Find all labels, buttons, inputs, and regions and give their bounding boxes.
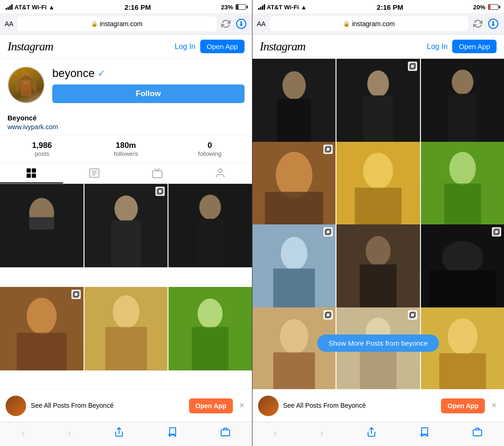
follow-button[interactable]: Follow <box>52 84 245 103</box>
right-grid-item-3[interactable] <box>421 59 504 142</box>
svg-rect-23 <box>196 219 224 267</box>
download-button-left[interactable]: ⬇ <box>235 18 247 30</box>
tab-tv[interactable] <box>126 163 189 183</box>
tabs-button-left[interactable] <box>213 425 238 442</box>
svg-point-30 <box>112 295 139 328</box>
svg-rect-42 <box>363 96 393 142</box>
battery-icon-right <box>488 4 498 10</box>
svg-point-17 <box>114 195 138 222</box>
address-bar-left[interactable]: 🔒 instagram.com <box>17 16 217 31</box>
username-area: beyonce ✓ Follow <box>52 67 245 103</box>
banner-open-button-right[interactable]: Open App <box>441 398 485 413</box>
posts-count: 1,986 <box>32 141 52 150</box>
bookmarks-button-left[interactable] <box>160 425 185 442</box>
browser-aa-left[interactable]: AA <box>5 20 14 28</box>
tab-bar-left <box>0 163 252 184</box>
forward-button-right[interactable]: › <box>312 425 330 441</box>
back-button-left[interactable]: ‹ <box>14 425 32 441</box>
download-icon-right: ⬇ <box>488 19 498 29</box>
grid-item-3[interactable] <box>168 184 252 267</box>
back-button-right[interactable]: ‹ <box>266 425 284 441</box>
bottom-nav-right: ‹ › <box>252 422 504 446</box>
status-bar-right: AT&T Wi-Fi ▲ 2:16 PM 20% <box>252 0 504 13</box>
right-multi-2 <box>408 62 417 71</box>
svg-point-41 <box>367 70 389 97</box>
open-app-button-header-right[interactable]: Open App <box>452 40 497 53</box>
tab-list[interactable] <box>63 163 126 183</box>
followers-label: followers <box>114 150 138 157</box>
stat-following[interactable]: 0 following <box>168 141 252 157</box>
banner-close-button-right[interactable]: × <box>490 399 498 412</box>
stat-posts[interactable]: 1,986 posts <box>0 141 84 157</box>
avatar <box>7 66 45 104</box>
svg-rect-61 <box>273 269 315 308</box>
grid-item-1[interactable] <box>0 184 84 267</box>
right-multi-7 <box>323 227 333 237</box>
tabs-button-right[interactable] <box>465 425 490 442</box>
ig-header-actions-left: Log In Open App <box>175 40 244 53</box>
bottom-nav-left: ‹ › <box>0 422 252 446</box>
svg-point-25 <box>27 298 56 334</box>
avatar-silhouette <box>8 67 44 103</box>
download-button-right[interactable]: ⬇ <box>487 18 499 30</box>
right-grid-item-9[interactable] <box>421 224 504 308</box>
battery-icon-left <box>236 4 246 10</box>
share-button-left[interactable] <box>106 425 132 442</box>
grid-item-4[interactable] <box>0 287 84 370</box>
tab-grid[interactable] <box>0 163 63 183</box>
svg-rect-39 <box>277 99 310 142</box>
banner-open-button-left[interactable]: Open App <box>189 398 233 413</box>
username-line: beyonce ✓ <box>52 67 245 80</box>
lock-icon-right: 🔒 <box>343 21 350 27</box>
battery-fill-right <box>489 5 490 9</box>
right-grid-item-7[interactable] <box>252 224 336 308</box>
refresh-button-left[interactable] <box>220 18 231 29</box>
grid-item-6[interactable] <box>168 287 252 370</box>
svg-rect-50 <box>265 192 323 225</box>
svg-rect-74 <box>273 352 315 389</box>
forward-button-left[interactable]: › <box>60 425 78 441</box>
tab-tagged[interactable] <box>189 163 252 183</box>
carrier-text-right: AT&T Wi-Fi <box>267 4 299 11</box>
svg-rect-26 <box>17 333 67 370</box>
right-grid-item-6[interactable] <box>421 142 504 225</box>
right-phone: AT&T Wi-Fi ▲ 2:16 PM 20% AA 🔒 instagram.… <box>252 0 504 446</box>
stat-followers[interactable]: 180m followers <box>84 141 168 157</box>
browser-bar-left: AA 🔒 instagram.com ⬇ <box>0 13 252 35</box>
open-app-button-header-left[interactable]: Open App <box>200 40 245 53</box>
svg-rect-15 <box>29 217 54 230</box>
browser-aa-right[interactable]: AA <box>257 20 266 28</box>
tv-icon <box>152 167 163 179</box>
banner-close-button-left[interactable]: × <box>238 399 246 412</box>
share-button-right[interactable] <box>359 425 384 442</box>
address-bar-right[interactable]: 🔒 instagram.com <box>269 16 469 31</box>
profile-top: beyonce ✓ Follow <box>7 66 245 104</box>
svg-point-83 <box>448 318 477 355</box>
svg-rect-69 <box>429 270 496 307</box>
login-button-right[interactable]: Log In <box>427 42 448 51</box>
right-grid-item-8[interactable] <box>336 224 420 308</box>
svg-point-22 <box>199 195 221 220</box>
grid-item-2[interactable] <box>84 184 168 267</box>
wifi-icon-right: ▲ <box>301 4 307 11</box>
right-grid-item-2[interactable] <box>336 59 420 142</box>
show-more-button[interactable]: Show More Posts from beyonce <box>317 334 439 352</box>
svg-point-68 <box>441 241 483 274</box>
login-button-left[interactable]: Log In <box>175 42 195 51</box>
following-count: 0 <box>208 141 212 150</box>
right-grid-item-1[interactable] <box>252 59 336 142</box>
ig-header-actions-right: Log In Open App <box>427 40 497 53</box>
right-grid-item-5[interactable] <box>336 142 420 225</box>
person-icon <box>215 167 226 179</box>
bio-link[interactable]: www.ivypark.com <box>7 123 58 131</box>
refresh-button-right[interactable] <box>472 18 483 29</box>
grid-icon <box>26 167 37 179</box>
right-grid-item-4[interactable] <box>252 142 336 225</box>
svg-point-60 <box>280 237 307 270</box>
banner-text-right: See All Posts From Beyoncé <box>283 401 437 410</box>
svg-rect-34 <box>192 327 229 370</box>
list-icon <box>89 167 100 179</box>
grid-item-5[interactable] <box>84 287 168 370</box>
bookmarks-button-right[interactable] <box>412 425 437 442</box>
lock-icon-left: 🔒 <box>91 21 98 27</box>
